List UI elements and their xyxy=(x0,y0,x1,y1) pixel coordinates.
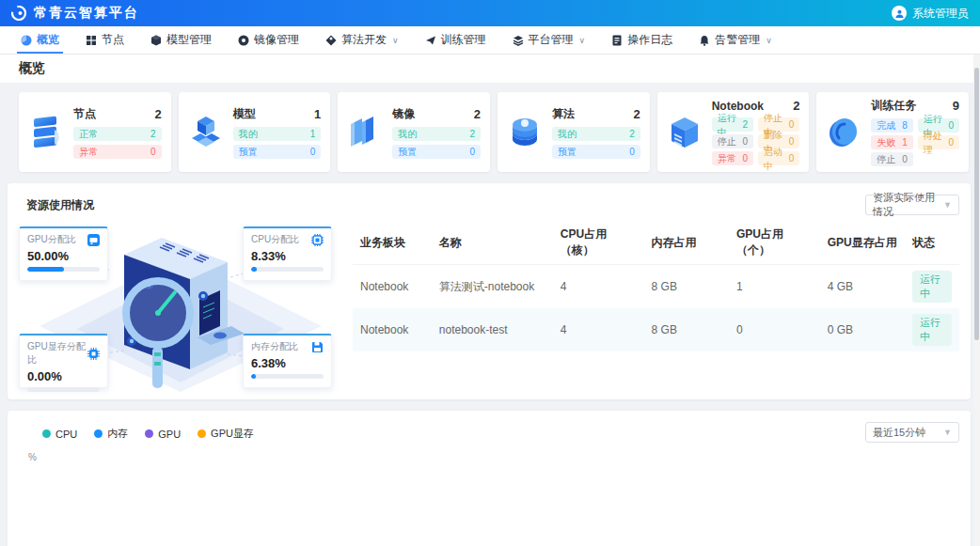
status-pill: 待处理0 xyxy=(918,135,959,149)
vram-chip-icon xyxy=(87,348,100,360)
time-range-select[interactable]: 最近15分钟 ▼ xyxy=(865,422,959,443)
cpu-chip-icon xyxy=(311,234,324,246)
legend-item-cpu[interactable]: CPU xyxy=(42,427,77,441)
resource-usage-panel: 资源使用情况 资源实际使用情况 ▼ xyxy=(8,183,971,399)
node-icon xyxy=(86,35,97,46)
status-pill: 运行中2 xyxy=(712,117,753,132)
chevron-down-icon: ▼ xyxy=(943,428,952,437)
nav-item-alert-mgmt[interactable]: 告警管理 ∨ xyxy=(686,26,785,54)
stat-card-total: 2 xyxy=(474,107,481,121)
stat-card-nodes[interactable]: 节点 2 正常2 异常0 xyxy=(19,92,171,172)
main-nav: 概览 节点 模型管理 镜像管理 算法开发 ∨ 训练管理 平台管理 ∨ 操作日志 … xyxy=(0,26,980,55)
status-pill: 我的1 xyxy=(233,127,322,141)
progress-bar xyxy=(251,267,324,272)
nav-item-platform-mgmt[interactable]: 平台管理 ∨ xyxy=(499,26,599,54)
cubes-icon xyxy=(186,113,226,152)
server-illustration: GPU分配比 50.00% CPU分配比 8.33% GPU显存分配比 xyxy=(19,221,343,392)
stat-card-notebook[interactable]: Notebook 2 运行中2 停止中0 停止0 删除中0 异常0 启动中0 xyxy=(657,92,810,172)
stat-card-total: 2 xyxy=(633,107,640,121)
server-stack-icon xyxy=(26,113,66,152)
status-pill: 停止0 xyxy=(871,152,912,166)
gauge-cpu-allocation: CPU分配比 8.33% xyxy=(243,226,332,281)
gauge-value: 6.38% xyxy=(251,356,324,370)
app-logo-icon xyxy=(11,6,26,21)
chevron-down-icon: ∨ xyxy=(392,36,399,45)
legend-dot xyxy=(145,429,153,438)
chart-unit-label: % xyxy=(28,452,959,462)
discs-icon xyxy=(505,113,545,152)
stat-card-title: 镜像 xyxy=(392,106,415,122)
stat-card-title: 训练任务 xyxy=(871,98,916,114)
gpu-card-icon xyxy=(87,234,100,246)
progress-bar xyxy=(27,387,100,392)
stat-card-total: 2 xyxy=(154,107,161,121)
gauge-value: 0.00% xyxy=(27,369,100,383)
progress-bar xyxy=(251,374,324,379)
model-cube-icon xyxy=(150,35,162,46)
stat-card-total: 2 xyxy=(793,99,799,113)
nav-item-algorithm-dev[interactable]: 算法开发 ∨ xyxy=(312,26,412,54)
nav-item-training-mgmt[interactable]: 训练管理 xyxy=(412,26,499,54)
stat-card-total: 1 xyxy=(314,107,321,121)
table-row[interactable]: Notebook notebook-test 4 8 GB 0 0 GB 运行中 xyxy=(353,308,959,351)
page-title: 概览 xyxy=(0,55,980,83)
nav-item-nodes[interactable]: 节点 xyxy=(72,26,137,54)
stat-card-algorithms[interactable]: 算法 2 我的2 预置0 xyxy=(498,92,650,172)
platform-layers-icon xyxy=(513,35,524,46)
user-name: 系统管理员 xyxy=(912,6,969,22)
resource-section-title: 资源使用情况 xyxy=(19,197,94,213)
image-icon xyxy=(238,35,249,46)
scrollbar-thumb[interactable] xyxy=(974,68,979,340)
chart-legend: CPU 内存 GPU GPU显存 xyxy=(19,422,254,441)
status-pill: 正常2 xyxy=(73,127,162,141)
legend-dot xyxy=(94,429,103,438)
resource-usage-table: 业务板块 名称 CPU占用（核） 内存占用 GPU占用（个） GPU显存占用 状… xyxy=(353,221,959,392)
status-pill: 完成8 xyxy=(871,118,912,133)
status-pill: 预置0 xyxy=(552,145,640,159)
table-header-row: 业务板块 名称 CPU占用（核） 内存占用 GPU占用（个） GPU显存占用 状… xyxy=(353,221,959,265)
table-row[interactable]: Notebook 算法测试-notebook 4 8 GB 1 4 GB 运行中 xyxy=(353,265,959,309)
stat-card-title: 算法 xyxy=(552,106,575,122)
training-icon xyxy=(425,35,436,46)
nav-item-operation-log[interactable]: 操作日志 xyxy=(598,26,686,54)
nav-item-image-mgmt[interactable]: 镜像管理 xyxy=(225,26,312,54)
alert-bell-icon xyxy=(699,35,710,46)
gauge-value: 8.33% xyxy=(251,249,324,263)
status-badge: 运行中 xyxy=(912,314,952,346)
legend-item-memory[interactable]: 内存 xyxy=(94,427,128,441)
resource-chart-panel: CPU 内存 GPU GPU显存 最近15分钟 ▼ % xyxy=(8,411,971,546)
nav-item-overview[interactable]: 概览 xyxy=(8,26,72,54)
status-pill: 异常0 xyxy=(712,151,753,165)
status-pill: 启动中0 xyxy=(758,151,799,165)
stat-card-models[interactable]: 模型 1 我的1 预置0 xyxy=(179,92,331,172)
chart-plot-area xyxy=(19,462,959,546)
stat-card-training-tasks[interactable]: 训练任务 9 完成8 运行中0 失败1 待处理0 停止0 xyxy=(816,92,969,172)
algorithm-icon xyxy=(325,35,337,46)
progress-bar xyxy=(27,267,100,272)
status-pill: 我的2 xyxy=(552,127,640,141)
user-menu[interactable]: 系统管理员 xyxy=(892,6,969,22)
legend-dot xyxy=(198,429,206,438)
vertical-scrollbar[interactable] xyxy=(973,55,980,546)
status-pill: 预置0 xyxy=(233,145,322,159)
clock-icon xyxy=(824,113,863,152)
status-pill: 失败1 xyxy=(871,135,912,149)
legend-item-gpu-vram[interactable]: GPU显存 xyxy=(198,427,254,441)
cube-box-icon xyxy=(665,113,704,152)
legend-item-gpu[interactable]: GPU xyxy=(145,427,181,441)
stat-card-total: 9 xyxy=(953,99,959,113)
stat-card-title: 模型 xyxy=(233,106,256,122)
nav-item-model-mgmt[interactable]: 模型管理 xyxy=(137,26,225,54)
status-pill: 我的2 xyxy=(392,127,481,141)
stat-card-title: 节点 xyxy=(73,106,96,122)
user-avatar-icon xyxy=(892,6,907,21)
status-pill: 停止0 xyxy=(712,134,753,148)
chevron-down-icon: ▼ xyxy=(943,200,952,210)
resource-view-select[interactable]: 资源实际使用情况 ▼ xyxy=(865,195,959,215)
gauge-gpu-allocation: GPU分配比 50.00% xyxy=(19,226,108,281)
stat-card-images[interactable]: 镜像 2 我的2 预置0 xyxy=(338,92,490,172)
chevron-down-icon: ∨ xyxy=(579,36,586,45)
status-pill: 异常0 xyxy=(73,145,162,159)
log-icon xyxy=(611,35,623,46)
chevron-down-icon: ∨ xyxy=(766,36,772,45)
